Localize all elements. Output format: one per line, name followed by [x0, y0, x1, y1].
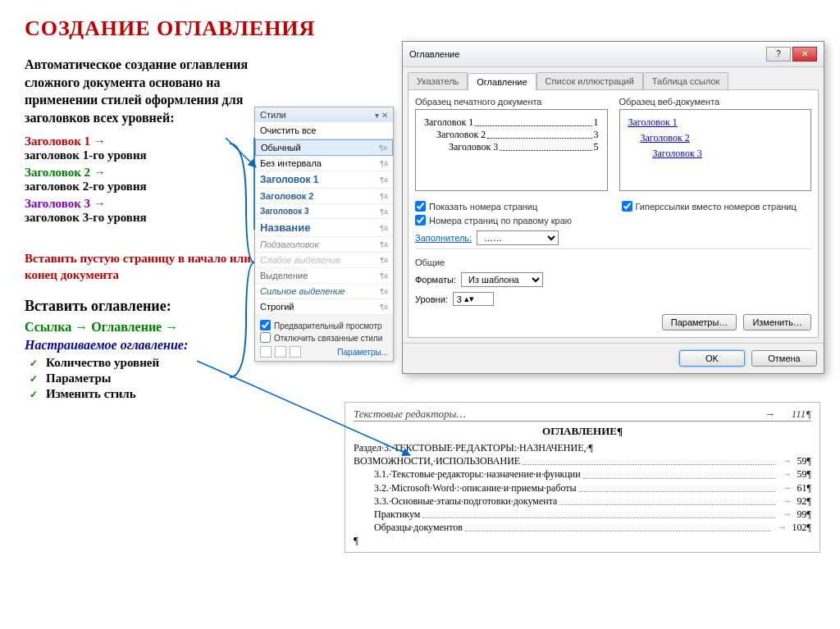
style-item[interactable]: Заголовок 1¶a	[255, 171, 393, 189]
checklist-item: Количество уровней	[30, 356, 254, 370]
ruler-right-text: 111¶	[792, 408, 811, 421]
result-document: Текстовые редакторы… → 111¶ ОГЛАВЛЕНИЕ¶ …	[345, 402, 820, 553]
modify-button[interactable]: Изменить…	[743, 314, 811, 330]
toc-line: Практикум→99¶	[354, 508, 811, 521]
style-h1-desc: заголовок 1-го уровня	[25, 148, 254, 162]
formats-label: Форматы:	[415, 275, 456, 285]
close-icon[interactable]: ▾ ✕	[375, 111, 388, 120]
style-map: Заголовок 1 → заголовок 1-го уровня Заго…	[25, 134, 254, 225]
breadcrumb-ref: Ссылка	[25, 320, 71, 334]
style-item[interactable]: Название¶a	[255, 219, 393, 237]
ok-button[interactable]: OK	[679, 350, 745, 367]
custom-toc-label: Настраиваемое оглавление:	[25, 338, 254, 353]
toc-line: 3.3.·Основные·этапы·подготовки·документа…	[354, 495, 811, 508]
breadcrumb-arrow: →	[75, 320, 88, 334]
style-item[interactable]: Слабое выделение¶a	[255, 253, 393, 268]
toc-line: Образцы·документов→102¶	[354, 521, 811, 534]
inspector-icon[interactable]	[275, 346, 286, 358]
preview-checkbox[interactable]: Предварительный просмотр	[260, 318, 388, 330]
style-item[interactable]: Подзаголовок¶a	[255, 237, 393, 253]
style-h1-label: Заголовок 1 →	[25, 134, 254, 148]
levels-label: Уровни:	[415, 294, 448, 304]
styles-panel-title: Стили	[260, 110, 286, 120]
ruler-left-text: Текстовые редакторы…	[354, 408, 748, 421]
print-preview: Образец печатного документа Заголовок 11…	[415, 97, 608, 191]
show-pages-checkbox[interactable]: Показать номера страниц	[415, 199, 605, 212]
style-item[interactable]: Строгий¶a	[255, 299, 393, 315]
dialog-tab[interactable]: Оглавление	[468, 73, 536, 90]
toc-line: 3.1.·Текстовые·редакторы:·назначение·и·ф…	[354, 467, 811, 481]
print-preview-label: Образец печатного документа	[415, 97, 608, 107]
style-h3-label: Заголовок 3 →	[25, 197, 254, 211]
dialog-title: Оглавление	[409, 49, 459, 59]
fill-label: Заполнитель:	[415, 233, 472, 243]
common-group-label: Общие	[415, 258, 811, 267]
dialog-tabs: УказательОглавлениеСписок иллюстрацийТаб…	[403, 67, 824, 89]
insert-toc-title: Вставить оглавление:	[25, 298, 254, 315]
style-item[interactable]: Без интервала¶a	[255, 156, 393, 171]
style-h2-label: Заголовок 2 →	[25, 166, 254, 180]
manage-styles-icon[interactable]	[290, 346, 301, 358]
style-item[interactable]: Заголовок 3¶a	[255, 204, 393, 219]
styles-panel-header[interactable]: Стили ▾ ✕	[255, 107, 393, 122]
tab-arrow-icon: →	[765, 408, 775, 421]
new-style-icon[interactable]	[260, 346, 272, 358]
checklist-item: Параметры	[30, 371, 254, 385]
checklist-item: Изменить стиль	[30, 387, 254, 401]
breadcrumb-toc: Оглавление	[91, 320, 162, 334]
params-button[interactable]: Параметры…	[662, 314, 737, 330]
intro-text: Автоматическое создание оглавления сложн…	[25, 56, 254, 126]
close-button[interactable]: ✕	[792, 47, 817, 62]
page-title: СОЗДАНИЕ ОГЛАВЛЕНИЯ	[25, 16, 815, 41]
paragraph-mark: ¶	[354, 534, 811, 547]
style-item[interactable]: Обычный¶a	[255, 139, 393, 156]
style-h3-desc: заголовок 3-го уровня	[25, 211, 254, 225]
styles-clear-all[interactable]: Очистить все	[255, 122, 393, 139]
styles-panel: Стили ▾ ✕ Очистить все Обычный¶aБез инте…	[254, 107, 394, 362]
web-preview: Образец веб-документа Заголовок 1Заголов…	[619, 97, 812, 191]
breadcrumb-arrow2: →	[165, 320, 178, 334]
breadcrumb: Ссылка → Оглавление →	[25, 320, 254, 335]
result-heading: ОГЛАВЛЕНИЕ¶	[354, 425, 811, 438]
checklist: Количество уровней Параметры Изменить ст…	[30, 356, 254, 401]
formats-select[interactable]: Из шаблона	[461, 272, 543, 287]
toc-line: Раздел·3.·ТЕКСТОВЫЕ·РЕДАКТОРЫ:·НАЗНАЧЕНИ…	[354, 441, 811, 454]
help-button[interactable]: ?	[766, 47, 791, 62]
style-h2-desc: заголовок 2-го уровня	[25, 180, 254, 194]
right-align-checkbox[interactable]: Номера страниц по правому краю	[415, 213, 605, 226]
disable-linked-checkbox[interactable]: Отключить связанные стили	[260, 330, 388, 343]
style-item[interactable]: Выделение¶a	[255, 268, 393, 284]
dialog-tab[interactable]: Указатель	[408, 72, 468, 89]
levels-spinner[interactable]: 3 ▴▾	[453, 292, 494, 306]
web-preview-label: Образец веб-документа	[619, 97, 812, 107]
dialog-titlebar[interactable]: Оглавление ? ✕	[403, 42, 824, 67]
styles-params-link[interactable]: Параметры...	[337, 348, 388, 357]
dialog-tab[interactable]: Список иллюстраций	[536, 72, 643, 89]
fill-select[interactable]: ……	[477, 230, 559, 245]
toc-dialog: Оглавление ? ✕ УказательОглавлениеСписок…	[402, 41, 824, 374]
toc-line: ВОЗМОЖНОСТИ,·ИСПОЛЬЗОВАНИЕ→59¶	[354, 454, 811, 467]
toc-line: 3.2.·Microsoft·Word·:·описание·и·приемы·…	[354, 481, 811, 495]
style-item[interactable]: Заголовок 2¶a	[255, 189, 393, 204]
dialog-tab[interactable]: Таблица ссылок	[643, 72, 729, 89]
hyperlinks-checkbox[interactable]: Гиперссылки вместо номеров страниц	[622, 199, 812, 212]
cancel-button[interactable]: Отмена	[751, 350, 817, 367]
style-item[interactable]: Сильное выделение¶a	[255, 284, 393, 299]
insert-hint: Вставить пустую страницу в начало или ко…	[25, 251, 254, 283]
